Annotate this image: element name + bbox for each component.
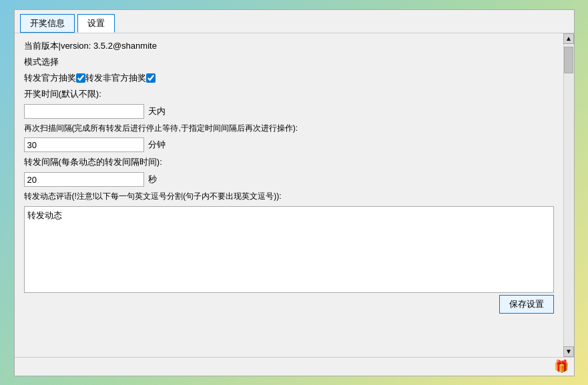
lottery-time-row: 天内 (24, 104, 554, 119)
save-button[interactable]: 保存设置 (499, 295, 554, 314)
tab-lottery-info[interactable]: 开奖信息 (20, 14, 75, 33)
version-text: 当前版本|version: 3.5.2@shanmite (24, 40, 554, 52)
lottery-time-unit: 天内 (148, 105, 166, 117)
tab-settings[interactable]: 设置 (77, 14, 115, 33)
comment-label: 转发动态评语(!注意!以下每一句英文逗号分割(句子内不要出现英文逗号)): (24, 191, 554, 202)
comment-textarea[interactable]: 转发动态 (24, 206, 554, 293)
forward-unofficial-checkbox-label[interactable] (146, 73, 156, 83)
forward-interval-unit: 秒 (148, 173, 157, 185)
save-row: 保存设置 (24, 295, 554, 314)
forward-unofficial-checkbox[interactable] (146, 73, 156, 83)
forward-interval-input[interactable] (24, 172, 144, 187)
dialog: 开奖信息 设置 当前版本|version: 3.5.2@shanmite 模式选… (14, 9, 575, 376)
mode-label: 模式选择 (24, 56, 554, 68)
bottom-bar: 🎁 (15, 357, 574, 376)
forward-official-label: 转发官方抽奖 (24, 72, 76, 84)
comment-container: 转发动态 保存设置 (24, 206, 554, 314)
forward-interval-label: 转发间隔(每条动态的转发间隔时间): (24, 156, 554, 168)
scan-interval-row: 分钟 (24, 137, 554, 152)
gift-icon: 🎁 (554, 359, 569, 374)
scroll-thumb[interactable] (564, 47, 573, 73)
lottery-time-label: 开奖时间(默认不限): (24, 88, 554, 100)
tab-bar: 开奖信息 设置 (15, 10, 574, 33)
checkbox-row: 转发官方抽奖 转发非官方抽奖 (24, 72, 554, 84)
scroll-up-arrow[interactable]: ▲ (563, 33, 574, 44)
forward-official-checkbox-label[interactable] (76, 73, 85, 83)
scan-interval-label: 再次扫描间隔(完成所有转发后进行停止等待,于指定时间间隔后再次进行操作): (24, 123, 554, 134)
scan-interval-unit: 分钟 (148, 139, 166, 151)
forward-interval-row: 秒 (24, 172, 554, 187)
scroll-down-arrow[interactable]: ▼ (563, 346, 574, 357)
scrollbar: ▲ ▼ (563, 33, 574, 357)
lottery-time-input[interactable] (24, 104, 144, 119)
content-area: 当前版本|version: 3.5.2@shanmite 模式选择 转发官方抽奖… (15, 33, 574, 357)
forward-unofficial-label: 转发非官方抽奖 (85, 72, 146, 84)
main-content: 当前版本|version: 3.5.2@shanmite 模式选择 转发官方抽奖… (15, 33, 563, 357)
scan-interval-input[interactable] (24, 137, 144, 152)
forward-official-checkbox[interactable] (76, 73, 85, 83)
scroll-track[interactable] (564, 44, 574, 346)
